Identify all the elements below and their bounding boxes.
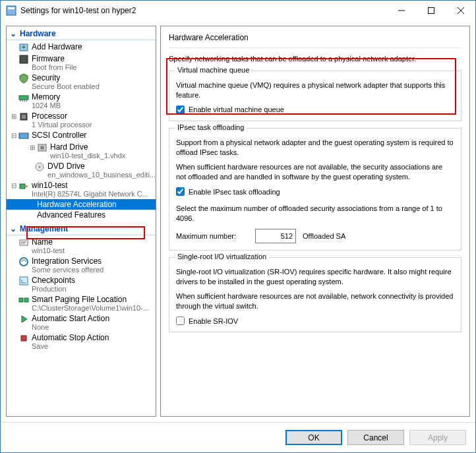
settings-content: Hardware Acceleration Specify networking… xyxy=(160,26,470,417)
titlebar: Settings for win10-test on hyper2 xyxy=(1,1,475,20)
vmq-checkbox-row[interactable]: Enable virtual machine queue xyxy=(176,106,454,114)
ipsec-checkbox-label: Enable IPsec task offloading xyxy=(189,188,280,196)
ipsec-text1: Support from a physical network adapter … xyxy=(176,138,454,158)
section-management[interactable]: ⌄ Management xyxy=(7,223,156,235)
tree-smart-paging[interactable]: Smart Paging File LocationC:\ClusterStor… xyxy=(7,294,156,313)
ipsec-range-text: Select the maximum number of offloaded s… xyxy=(176,204,454,224)
ipsec-max-label: Maximum number: xyxy=(176,232,249,240)
vmq-checkbox-label: Enable virtual machine queue xyxy=(189,106,284,113)
tree-auto-start[interactable]: Automatic Start ActionNone xyxy=(7,313,156,332)
chevron-icon: ⌄ xyxy=(9,29,17,38)
autostart-icon xyxy=(18,314,29,324)
svg-rect-27 xyxy=(20,277,28,285)
svg-point-26 xyxy=(20,258,28,266)
sriov-checkbox[interactable] xyxy=(176,317,185,325)
tree-network-adapter[interactable]: ⊟ win10-testIntel(R) 82574L Gigabit Netw… xyxy=(7,180,156,199)
tree-hardware-acceleration[interactable]: Hardware Acceleration xyxy=(7,199,156,210)
ipsec-text2: When sufficient hardware resources are n… xyxy=(176,162,454,182)
tree-processor[interactable]: ⊞ Processor1 Virtual processor xyxy=(7,111,156,130)
integration-icon xyxy=(18,257,29,267)
group-legend: Virtual machine queue xyxy=(175,66,252,74)
vmq-checkbox[interactable] xyxy=(176,106,185,114)
svg-point-18 xyxy=(40,146,44,150)
sriov-text1: Single-root I/O virtualization (SR-IOV) … xyxy=(176,267,454,287)
svg-text:+: + xyxy=(22,44,26,51)
group-sriov: Single-root I/O virtualization Single-ro… xyxy=(169,257,461,332)
panel-title: Hardware Acceleration xyxy=(169,33,461,42)
tree-checkpoints[interactable]: CheckpointsProduction xyxy=(7,275,156,294)
ok-button[interactable]: OK xyxy=(285,430,342,445)
tree-auto-stop[interactable]: Automatic Stop ActionSave xyxy=(7,332,156,351)
ipsec-checkbox[interactable] xyxy=(176,187,185,196)
group-legend: IPsec task offloading xyxy=(175,123,247,131)
paging-icon xyxy=(18,295,29,305)
dialog-buttons: OK Cancel Apply xyxy=(1,422,475,452)
svg-rect-9 xyxy=(19,96,28,100)
tree-firmware[interactable]: FirmwareBoot from File xyxy=(7,53,156,73)
svg-rect-23 xyxy=(20,240,28,245)
apply-button: Apply xyxy=(409,430,466,445)
expand-icon[interactable]: ⊞ xyxy=(9,111,18,122)
panel-intro: Specify networking tasks that can be off… xyxy=(169,55,461,63)
group-ipsec: IPsec task offloading Support from a phy… xyxy=(169,128,461,251)
tree-dvd-drive[interactable]: DVD Driveen_windows_10_business_editi... xyxy=(7,161,156,180)
memory-icon xyxy=(18,92,29,103)
tree-add-hardware[interactable]: + Add Hardware xyxy=(7,42,156,53)
settings-window: Settings for win10-test on hyper2 ⌄ Hard… xyxy=(0,0,476,453)
navigation-tree[interactable]: ⌄ Hardware + Add Hardware FirmwareBoot f… xyxy=(6,26,156,417)
app-icon xyxy=(6,5,16,16)
tree-security[interactable]: SecuritySecure Boot enabled xyxy=(7,73,156,92)
svg-marker-30 xyxy=(22,316,27,322)
sriov-text2: When sufficient hardware resources are n… xyxy=(176,291,454,311)
add-hardware-icon: + xyxy=(18,42,29,53)
window-title: Settings for win10-test on hyper2 xyxy=(20,6,386,15)
ipsec-suffix: Offloaded SA xyxy=(303,232,345,240)
nic-icon xyxy=(18,181,29,191)
tree-integration-services[interactable]: Integration ServicesSome services offere… xyxy=(7,256,156,275)
svg-rect-28 xyxy=(19,298,23,302)
collapse-icon[interactable]: ⊟ xyxy=(9,131,18,141)
sriov-checkbox-label: Enable SR-IOV xyxy=(189,317,238,325)
svg-rect-8 xyxy=(20,55,28,63)
expand-icon[interactable]: ⊞ xyxy=(28,142,37,153)
group-vmq: Virtual machine queue Virtual machine qu… xyxy=(169,71,461,121)
dvd-icon xyxy=(34,162,45,172)
tree-name[interactable]: Namewin10-test xyxy=(7,237,156,256)
checkpoints-icon xyxy=(18,276,29,286)
name-icon xyxy=(18,237,29,248)
tree-label: Add Hardware xyxy=(32,42,82,51)
group-legend: Single-root I/O virtualization xyxy=(175,253,269,260)
tree-hard-drive[interactable]: ⊞ Hard Drivewin10-test_disk_1.vhdx xyxy=(7,142,156,161)
autostop-icon xyxy=(18,333,29,344)
ipsec-max-input[interactable] xyxy=(255,229,296,243)
sriov-checkbox-row[interactable]: Enable SR-IOV xyxy=(176,317,454,325)
firmware-icon xyxy=(18,54,29,65)
hdd-icon xyxy=(37,142,47,153)
chevron-icon: ⌄ xyxy=(9,224,17,233)
section-hardware[interactable]: ⌄ Hardware xyxy=(7,28,156,40)
minimize-button[interactable] xyxy=(386,1,416,20)
svg-rect-29 xyxy=(24,298,28,302)
maximize-button[interactable] xyxy=(416,1,446,20)
collapse-icon[interactable]: ⊟ xyxy=(9,181,18,191)
svg-point-20 xyxy=(39,166,41,168)
scsi-icon xyxy=(18,131,29,141)
tree-memory[interactable]: Memory1024 MB xyxy=(7,92,156,111)
processor-icon xyxy=(18,111,29,122)
svg-rect-3 xyxy=(428,8,434,14)
tree-scsi[interactable]: ⊟ SCSI Controller xyxy=(7,130,156,142)
svg-rect-22 xyxy=(25,185,28,187)
svg-rect-15 xyxy=(22,115,26,119)
svg-rect-21 xyxy=(20,184,25,189)
vmq-text: Virtual machine queue (VMQ) requires a p… xyxy=(176,80,454,100)
svg-rect-1 xyxy=(8,7,15,9)
close-button[interactable] xyxy=(446,1,475,20)
svg-rect-31 xyxy=(21,336,26,341)
ipsec-checkbox-row[interactable]: Enable IPsec task offloading xyxy=(176,187,454,196)
section-label: Management xyxy=(20,224,68,233)
tree-advanced-features[interactable]: Advanced Features xyxy=(7,210,156,220)
svg-rect-16 xyxy=(19,133,28,138)
cancel-button[interactable]: Cancel xyxy=(347,430,404,445)
section-label: Hardware xyxy=(20,29,56,38)
security-icon xyxy=(18,73,29,84)
